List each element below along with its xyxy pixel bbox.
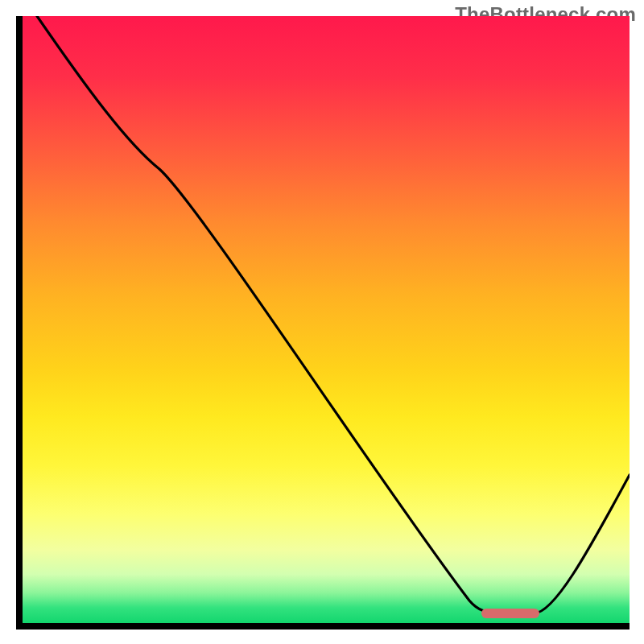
y-axis [16, 16, 23, 630]
chart-frame: TheBottleneck.com [0, 0, 644, 644]
bottleneck-curve [37, 16, 630, 613]
plot-area [23, 16, 630, 623]
optimal-marker [481, 609, 539, 618]
x-axis [16, 623, 630, 630]
curve-svg [23, 16, 630, 623]
